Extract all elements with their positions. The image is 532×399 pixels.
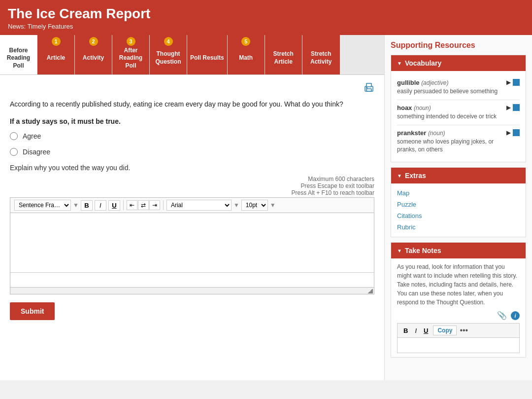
poll-statement: If a study says so, it must be true.	[10, 117, 374, 125]
explain-prompt: Explain why you voted the way you did.	[10, 164, 374, 172]
editor-toolbar: Sentence Fra… ▼ B I U ⇤ ⇄ ⇥ Arial Times …	[10, 197, 374, 213]
content-area: BeforeReadingPoll 1 Article 2 Activity 3…	[0, 35, 384, 380]
extras-link-citations[interactable]: Citations	[397, 210, 520, 221]
radio-disagree[interactable]	[10, 148, 18, 156]
notes-underline-button[interactable]: U	[422, 326, 430, 335]
poll-question: According to a recently published study,…	[10, 99, 374, 109]
vocab-actions-hoax: ▶	[506, 104, 520, 111]
take-notes-text: As you read, look for information that y…	[397, 262, 520, 307]
vocab-pos-gullible: (adjective)	[421, 79, 448, 86]
option-agree[interactable]: Agree	[10, 132, 374, 140]
tab-navigation: BeforeReadingPoll 1 Article 2 Activity 3…	[0, 35, 384, 75]
take-notes-arrow-icon: ▼	[397, 248, 402, 254]
vocab-actions-gullible: ▶	[506, 79, 520, 86]
underline-button[interactable]: U	[108, 200, 120, 211]
vocab-def-prankster: someone who loves playing jokes, or pran…	[397, 138, 506, 154]
vocab-def-hoax: something intended to deceive or trick	[397, 112, 497, 121]
font-select[interactable]: Arial Times New Roman Courier New	[166, 200, 232, 211]
vocabulary-body: gullible (adjective) easily persuaded to…	[391, 71, 526, 162]
radio-agree[interactable]	[10, 132, 18, 140]
page-subtitle: News: Timely Features	[8, 23, 524, 30]
tab-after-reading-poll-badge: 3	[127, 37, 135, 46]
vocabulary-label: Vocabulary	[405, 59, 441, 67]
char-limit: Maximum 600 characters	[10, 176, 374, 182]
tab-thought-question-badge: 4	[164, 37, 173, 46]
align-left-button[interactable]: ⇤	[127, 200, 137, 210]
extras-arrow-icon: ▼	[397, 173, 402, 179]
editor-bottom-bar	[10, 272, 374, 287]
vocab-pos-hoax: (noun)	[414, 105, 431, 111]
tab-activity-badge: 2	[89, 37, 98, 46]
tab-before-reading-poll-label: BeforeReadingPoll	[7, 47, 30, 70]
tab-activity[interactable]: 2 Activity	[75, 35, 112, 74]
align-right-button[interactable]: ⇥	[149, 200, 160, 210]
tab-thought-question[interactable]: 4 ThoughtQuestion	[150, 35, 187, 74]
notes-bold-button[interactable]: B	[401, 326, 410, 335]
bold-button[interactable]: B	[81, 200, 93, 211]
tab-article-badge: 1	[52, 37, 61, 46]
tab-article[interactable]: 1 Article	[37, 35, 75, 74]
size-select[interactable]: 10pt 12pt 14pt	[241, 200, 268, 211]
extras-link-puzzle[interactable]: Puzzle	[397, 199, 520, 210]
label-agree: Agree	[23, 132, 41, 140]
notes-editor[interactable]	[398, 338, 519, 353]
vocabulary-header[interactable]: ▼ Vocabulary	[391, 55, 526, 71]
svg-rect-1	[366, 83, 371, 87]
extras-header[interactable]: ▼ Extras	[391, 168, 526, 183]
tab-stretch-activity-label: StretchActivity	[310, 50, 332, 66]
align-buttons: ⇤ ⇄ ⇥	[127, 200, 160, 210]
take-notes-label: Take Notes	[405, 247, 441, 254]
align-center-button[interactable]: ⇄	[138, 200, 149, 210]
extras-link-map[interactable]: Map	[397, 187, 520, 199]
notes-more-button[interactable]: •••	[460, 326, 468, 335]
notes-icons-row: 📎 i	[397, 311, 520, 320]
play-icon-gullible[interactable]: ▶	[506, 79, 511, 86]
tab-thought-question-label: ThoughtQuestion	[155, 50, 181, 66]
tab-stretch-activity[interactable]: StretchActivity	[302, 35, 340, 74]
hint2: Press Alt + F10 to reach toolbar	[10, 189, 374, 196]
vocab-def-gullible: easily persuaded to believe something	[397, 87, 498, 96]
play-icon-hoax[interactable]: ▶	[506, 104, 511, 111]
play-icon-prankster[interactable]: ▶	[506, 129, 511, 136]
format-dropdown-arrow[interactable]: ▼	[73, 202, 79, 209]
color-swatch-prankster[interactable]	[513, 129, 520, 136]
submit-button[interactable]: Submit	[10, 302, 55, 320]
tab-math[interactable]: 5 Math	[228, 35, 265, 74]
label-disagree: Disagree	[23, 148, 50, 156]
editor-resize-handle[interactable]	[10, 288, 374, 294]
vocabulary-section: ▼ Vocabulary gullible (adjective) easily…	[391, 55, 526, 162]
vocab-item-prankster: prankster (noun) someone who loves playi…	[397, 125, 520, 158]
size-dropdown-arrow[interactable]: ▼	[270, 202, 276, 209]
extras-body: Map Puzzle Citations Rubric	[391, 183, 526, 237]
char-info: Maximum 600 characters Press Escape to e…	[10, 176, 374, 196]
notes-copy-button[interactable]: Copy	[433, 326, 457, 335]
page-header: The Ice Cream Report News: Timely Featur…	[0, 0, 532, 35]
notes-info-icon[interactable]: i	[511, 311, 520, 320]
color-swatch-gullible[interactable]	[513, 79, 520, 86]
take-notes-header[interactable]: ▼ Take Notes	[391, 243, 526, 258]
font-dropdown-arrow[interactable]: ▼	[233, 202, 239, 209]
tab-poll-results[interactable]: Poll Results	[187, 35, 228, 74]
tab-after-reading-poll[interactable]: 3 AfterReadingPoll	[112, 35, 150, 74]
option-disagree[interactable]: Disagree	[10, 148, 374, 156]
page-title: The Ice Cream Report	[8, 6, 524, 22]
print-icon[interactable]	[364, 83, 374, 95]
vocab-word-hoax: hoax	[397, 104, 414, 111]
tab-math-badge: 5	[241, 37, 250, 46]
tab-before-reading-poll[interactable]: BeforeReadingPoll	[0, 35, 37, 74]
notes-attachment-icon[interactable]: 📎	[497, 311, 507, 320]
vocabulary-arrow-icon: ▼	[397, 61, 402, 66]
notes-edit-area	[397, 338, 520, 353]
sidebar-title: Supporting Resources	[391, 41, 526, 50]
extras-link-rubric[interactable]: Rubric	[397, 221, 520, 233]
vocab-actions-prankster: ▶	[506, 129, 520, 136]
sidebar: Supporting Resources ▼ Vocabulary gullib…	[384, 35, 532, 380]
notes-italic-button[interactable]: I	[413, 326, 419, 335]
color-swatch-hoax[interactable]	[513, 104, 520, 111]
text-editor-content[interactable]	[10, 213, 374, 272]
tab-stretch-article[interactable]: StretchArticle	[265, 35, 302, 74]
italic-button[interactable]: I	[95, 200, 106, 211]
vocab-word-prankster: prankster	[397, 129, 428, 137]
hint1: Press Escape to exit toolbar	[10, 182, 374, 189]
format-select[interactable]: Sentence Fra…	[14, 200, 71, 211]
